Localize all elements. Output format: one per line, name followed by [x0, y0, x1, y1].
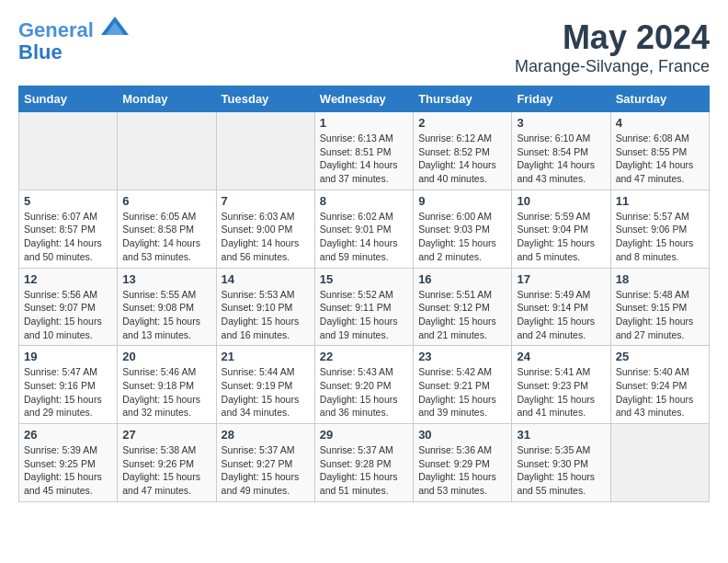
day-info: Sunrise: 5:42 AMSunset: 9:21 PMDaylight:…	[418, 365, 506, 419]
day-number: 29	[320, 428, 408, 442]
calendar-cell: 14Sunrise: 5:53 AMSunset: 9:10 PMDayligh…	[216, 268, 314, 346]
calendar-cell: 16Sunrise: 5:51 AMSunset: 9:12 PMDayligh…	[414, 268, 512, 346]
calendar-cell: 13Sunrise: 5:55 AMSunset: 9:08 PMDayligh…	[118, 268, 216, 346]
day-number: 16	[418, 272, 506, 286]
week-row-1: 1Sunrise: 6:13 AMSunset: 8:51 PMDaylight…	[19, 112, 710, 190]
day-number: 17	[517, 272, 605, 286]
day-number: 2	[418, 116, 506, 130]
calendar-cell: 23Sunrise: 5:42 AMSunset: 9:21 PMDayligh…	[414, 346, 512, 424]
day-info: Sunrise: 5:44 AMSunset: 9:19 PMDaylight:…	[222, 365, 310, 419]
calendar-cell: 21Sunrise: 5:44 AMSunset: 9:19 PMDayligh…	[216, 346, 314, 424]
calendar-cell: 27Sunrise: 5:38 AMSunset: 9:26 PMDayligh…	[118, 424, 216, 502]
day-number: 24	[517, 350, 605, 363]
logo-general: General	[18, 18, 94, 41]
calendar-cell: 10Sunrise: 5:59 AMSunset: 9:04 PMDayligh…	[512, 190, 610, 268]
logo-icon	[101, 15, 129, 37]
weekday-header-thursday: Thursday	[414, 86, 512, 112]
logo: General Blue	[18, 18, 129, 63]
weekday-header-friday: Friday	[512, 86, 610, 112]
day-info: Sunrise: 6:13 AMSunset: 8:51 PMDaylight:…	[320, 132, 408, 186]
day-info: Sunrise: 5:48 AMSunset: 9:15 PMDaylight:…	[616, 288, 704, 342]
day-number: 4	[616, 116, 704, 130]
calendar-cell: 29Sunrise: 5:37 AMSunset: 9:28 PMDayligh…	[314, 424, 413, 502]
day-info: Sunrise: 5:53 AMSunset: 9:10 PMDaylight:…	[222, 288, 310, 342]
day-number: 3	[517, 116, 605, 130]
day-number: 31	[517, 428, 605, 442]
day-info: Sunrise: 5:56 AMSunset: 9:07 PMDaylight:…	[24, 288, 112, 342]
day-number: 21	[222, 350, 310, 363]
day-info: Sunrise: 5:46 AMSunset: 9:18 PMDaylight:…	[122, 365, 210, 419]
day-info: Sunrise: 5:57 AMSunset: 9:06 PMDaylight:…	[616, 210, 704, 264]
logo-text: General Blue	[18, 18, 129, 63]
day-number: 22	[320, 350, 408, 363]
calendar-cell: 2Sunrise: 6:12 AMSunset: 8:52 PMDaylight…	[414, 112, 512, 190]
calendar-cell: 6Sunrise: 6:05 AMSunset: 8:58 PMDaylight…	[118, 190, 216, 268]
day-info: Sunrise: 5:55 AMSunset: 9:08 PMDaylight:…	[122, 288, 210, 342]
day-info: Sunrise: 5:51 AMSunset: 9:12 PMDaylight:…	[418, 288, 506, 342]
day-number: 11	[616, 194, 704, 208]
calendar-body: 1Sunrise: 6:13 AMSunset: 8:51 PMDaylight…	[19, 112, 710, 502]
day-number: 13	[122, 272, 210, 286]
calendar-cell	[216, 112, 314, 190]
day-info: Sunrise: 5:38 AMSunset: 9:26 PMDaylight:…	[122, 443, 210, 498]
calendar-cell: 30Sunrise: 5:36 AMSunset: 9:29 PMDayligh…	[414, 424, 512, 502]
day-number: 30	[418, 428, 506, 442]
day-number: 15	[320, 272, 408, 286]
month-title: May 2024	[515, 18, 710, 57]
location-title: Marange-Silvange, France	[515, 57, 710, 76]
day-number: 19	[24, 350, 112, 363]
logo-blue: Blue	[18, 40, 63, 63]
day-number: 18	[616, 272, 704, 286]
day-number: 25	[616, 350, 704, 363]
day-info: Sunrise: 6:00 AMSunset: 9:03 PMDaylight:…	[418, 210, 506, 264]
day-number: 23	[418, 350, 506, 363]
calendar-cell: 24Sunrise: 5:41 AMSunset: 9:23 PMDayligh…	[512, 346, 610, 424]
day-number: 12	[24, 272, 112, 286]
day-info: Sunrise: 5:37 AMSunset: 9:27 PMDaylight:…	[222, 443, 310, 498]
calendar-table: SundayMondayTuesdayWednesdayThursdayFrid…	[18, 86, 710, 502]
calendar-cell: 3Sunrise: 6:10 AMSunset: 8:54 PMDaylight…	[512, 112, 610, 190]
day-number: 8	[320, 194, 408, 208]
day-number: 28	[222, 428, 310, 442]
day-number: 6	[122, 194, 210, 208]
calendar-cell: 5Sunrise: 6:07 AMSunset: 8:57 PMDaylight…	[19, 190, 118, 268]
day-info: Sunrise: 6:10 AMSunset: 8:54 PMDaylight:…	[517, 132, 605, 186]
week-row-3: 12Sunrise: 5:56 AMSunset: 9:07 PMDayligh…	[19, 268, 710, 346]
weekday-header-sunday: Sunday	[19, 86, 118, 112]
calendar-cell: 15Sunrise: 5:52 AMSunset: 9:11 PMDayligh…	[314, 268, 413, 346]
day-info: Sunrise: 5:59 AMSunset: 9:04 PMDaylight:…	[517, 210, 605, 264]
day-info: Sunrise: 5:47 AMSunset: 9:16 PMDaylight:…	[24, 365, 112, 419]
calendar-cell: 7Sunrise: 6:03 AMSunset: 9:00 PMDaylight…	[216, 190, 314, 268]
calendar-cell: 20Sunrise: 5:46 AMSunset: 9:18 PMDayligh…	[118, 346, 216, 424]
day-number: 26	[24, 428, 112, 442]
calendar-cell: 12Sunrise: 5:56 AMSunset: 9:07 PMDayligh…	[19, 268, 118, 346]
day-number: 5	[24, 194, 112, 208]
day-info: Sunrise: 5:37 AMSunset: 9:28 PMDaylight:…	[320, 443, 408, 498]
day-info: Sunrise: 5:35 AMSunset: 9:30 PMDaylight:…	[517, 443, 605, 498]
day-number: 10	[517, 194, 605, 208]
calendar-cell: 18Sunrise: 5:48 AMSunset: 9:15 PMDayligh…	[610, 268, 709, 346]
day-number: 27	[122, 428, 210, 442]
day-number: 1	[320, 116, 408, 130]
day-info: Sunrise: 5:39 AMSunset: 9:25 PMDaylight:…	[24, 443, 112, 498]
weekday-row: SundayMondayTuesdayWednesdayThursdayFrid…	[19, 86, 710, 112]
day-info: Sunrise: 6:08 AMSunset: 8:55 PMDaylight:…	[616, 132, 704, 186]
calendar-cell: 28Sunrise: 5:37 AMSunset: 9:27 PMDayligh…	[216, 424, 314, 502]
day-info: Sunrise: 5:40 AMSunset: 9:24 PMDaylight:…	[616, 365, 704, 419]
calendar-cell: 1Sunrise: 6:13 AMSunset: 8:51 PMDaylight…	[314, 112, 413, 190]
day-info: Sunrise: 6:07 AMSunset: 8:57 PMDaylight:…	[24, 210, 112, 264]
calendar-cell: 9Sunrise: 6:00 AMSunset: 9:03 PMDaylight…	[414, 190, 512, 268]
day-number: 9	[418, 194, 506, 208]
calendar-cell: 25Sunrise: 5:40 AMSunset: 9:24 PMDayligh…	[610, 346, 709, 424]
weekday-header-saturday: Saturday	[610, 86, 709, 112]
calendar-cell	[610, 424, 709, 502]
day-info: Sunrise: 5:41 AMSunset: 9:23 PMDaylight:…	[517, 365, 605, 419]
title-block: May 2024 Marange-Silvange, France	[515, 18, 710, 76]
calendar-cell: 11Sunrise: 5:57 AMSunset: 9:06 PMDayligh…	[610, 190, 709, 268]
calendar-cell: 26Sunrise: 5:39 AMSunset: 9:25 PMDayligh…	[19, 424, 118, 502]
day-number: 14	[222, 272, 310, 286]
calendar-cell: 19Sunrise: 5:47 AMSunset: 9:16 PMDayligh…	[19, 346, 118, 424]
calendar-cell: 31Sunrise: 5:35 AMSunset: 9:30 PMDayligh…	[512, 424, 610, 502]
day-info: Sunrise: 5:49 AMSunset: 9:14 PMDaylight:…	[517, 288, 605, 342]
calendar-cell: 8Sunrise: 6:02 AMSunset: 9:01 PMDaylight…	[314, 190, 413, 268]
